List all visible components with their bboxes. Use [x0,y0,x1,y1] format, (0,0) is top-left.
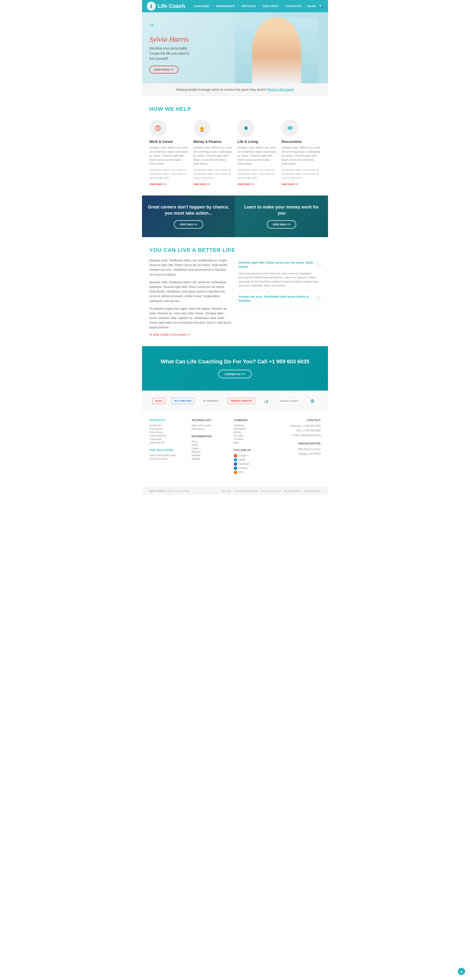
svg-rect-3 [273,68,280,78]
nav-coaching[interactable]: COACHING [194,5,210,8]
life-living-read-more[interactable]: read more >> [237,183,254,186]
nav-workshops[interactable]: WORKSHOPS [216,5,235,8]
contact-us-button[interactable]: contact us >> [218,370,252,378]
footer-omnis[interactable]: Omnis esse ramos [261,490,281,492]
cta-right-title: Learn to make your money work for you [240,204,323,216]
footer-bottom: LIFE COACH © 2014 Privacy policy Site ma… [142,487,328,495]
money-finance-read-more[interactable]: read more >> [194,183,210,186]
facebook-icon: f [234,462,237,466]
find-coach-link[interactable]: Find a Life Coach [267,88,294,91]
footer-twitter-link[interactable]: t Twitter [234,458,271,461]
footer-address: 8901 Marmora Road [276,447,321,451]
footer-tech-link-1[interactable]: Talen acous [191,428,229,430]
help-item-life: Life & Living Quisque nulla. Vellero nis… [237,119,276,186]
footer-facebook-link[interactable]: f Facebook [234,462,271,466]
main-nav: COACHING / WORKSHOPS / ARTICLES / OUR ST… [194,4,323,8]
footer-company-link-5[interactable]: Blog [234,441,271,444]
footer-info-link-5[interactable]: Support [191,457,229,460]
accordion-btn-0[interactable]: − [315,262,321,267]
footer-products-link-4[interactable]: Consequat [149,438,187,441]
hero-quotes: " [149,22,189,34]
footer-transparentie[interactable]: Transparentie website [234,490,258,492]
footer-info-link-3[interactable]: Partners [191,450,229,453]
nav-our-staff[interactable]: OUR STAFF [263,5,279,8]
footer-google-link[interactable]: G Google + [234,454,271,457]
footer-bottom-links: Site map Transparentie website Omnis ess… [220,490,321,492]
logo[interactable]: Life Coach [147,2,185,11]
nav-contacts[interactable]: CONTACTS [286,5,301,8]
work-career-icon [149,119,167,137]
cta-left-button[interactable]: click here >> [174,220,203,229]
search-icon[interactable]: 🔍 [319,4,323,8]
footer-solutions-link-1[interactable]: Omnis iste natus [149,457,187,460]
footer-products-title: PRODUCTS [149,419,187,422]
footer-products-link-2[interactable]: Proin dictum [149,431,187,434]
footer-info-link-1[interactable]: Terms [191,444,229,446]
better-life-section: YOU CAN LIVE A BETTER LIFE Quisque nulla… [142,237,328,346]
cta-right-button[interactable]: click here >> [267,220,297,229]
svg-rect-31 [287,126,292,130]
nav-blog[interactable]: BLOG [308,5,316,8]
better-life-right: Vivamus eget nibh. Etiam cursus leo vel … [239,258,321,336]
footer-ga[interactable]: Ga Acquisitions [304,490,321,492]
partner-bluemarks: BLUEMARKS [200,398,221,404]
discussions-read-more[interactable]: read more >> [281,183,299,186]
footer-products-link-3[interactable]: Fusce euismod [149,434,187,437]
svg-point-14 [267,64,272,67]
svg-point-5 [262,43,291,67]
footer-info-link-4[interactable]: Reseller [191,454,229,457]
learn-more-button[interactable]: learn more >> [149,66,178,73]
footer-products-link-5[interactable]: Adipiscing elit [149,441,187,444]
work-career-read-more[interactable]: read more >> [149,183,166,186]
footer-products-link-0[interactable]: Vestibulum [149,424,187,427]
footer-company-link-0[interactable]: Coaching [234,424,271,427]
footer-contact-title: CONTACT [276,419,321,422]
footer-git[interactable]: Git Acquisitions [284,490,301,492]
hero-name: Sylvia Harris [149,35,189,43]
svg-point-10 [272,62,273,63]
partner-gear: ⚙️ [307,397,318,405]
accordion-btn-1[interactable]: + [315,296,321,301]
footer-products-link-1[interactable]: Culis lacinia [149,428,187,430]
life-living-text2: Vestibulum libero nisl, porta vel, scele… [237,168,276,180]
footer-info-link-0[interactable]: Press [191,440,229,443]
call-cta-section: What Can Life Coaching Do For You? Call … [142,346,328,391]
partner-trendo: TRENDO KREATIO [228,398,255,404]
footer-sitemap[interactable]: Site map [221,490,231,492]
footer-company-link-2[interactable]: Articles [234,431,271,434]
cta-split: Great careers don't happen by chance, yo… [142,196,328,237]
footer-company-link-3[interactable]: Our staff [234,434,271,437]
footer-products: PRODUCTS Vestibulum Culis lacinia Proin … [149,419,187,475]
work-career-title: Work & Career [149,140,189,143]
footer-linkedin-link[interactable]: in LinkedIn [234,466,271,470]
footer-rss-link[interactable]: R RSS [234,471,271,474]
svg-rect-7 [286,55,292,83]
life-living-icon [237,119,255,137]
footer-company-link-1[interactable]: Workshops [234,428,271,430]
hero-tagline: Develop your personality. Create the lif… [149,46,189,61]
header: Life Coach COACHING / WORKSHOPS / ARTICL… [142,0,328,12]
logo-text: Life Coach [158,3,185,9]
accordion-content-0: Sed ut perspiciatis unde omnis iste natu… [239,272,321,290]
footer-tech-link-0[interactable]: Value error anulla [191,424,229,427]
accordion-item-0: Vivamus eget nibh. Etiam cursus leo vel … [239,258,321,290]
svg-point-4 [264,48,289,77]
partner-chart: 📊 [261,397,271,405]
svg-point-11 [279,61,283,64]
write-letter-link[interactable]: ✉ write a letter to the author >> [149,333,231,336]
footer-info-link-2[interactable]: Clients [191,447,229,450]
privacy-link[interactable]: Privacy policy [175,490,189,492]
svg-point-0 [151,4,152,5]
discussions-title: Discussions [281,140,321,143]
cta-right: Learn to make your money work for you cl… [235,196,328,237]
footer-telephone: Telephone: +1 959 603 6035 [276,424,321,428]
footer-follow-title: FOLLOW US [234,449,271,452]
life-living-text: Quisque nulla. Vellero nisl, porta vel s… [237,146,276,166]
help-grid: Work & Career Quisque nulla. Vellero nis… [149,119,321,186]
footer-brand: LIFE COACH © 2014 Privacy policy [149,490,189,492]
nav-articles[interactable]: ARTICLES [241,5,256,8]
footer-email: E-mail: mail@template.org [276,433,321,438]
partner-brulux: brulux [152,398,165,404]
footer-solutions-link-0[interactable]: Sed ut perspiciatis unde [149,454,187,457]
footer-company-link-4[interactable]: Contacts [234,438,271,441]
